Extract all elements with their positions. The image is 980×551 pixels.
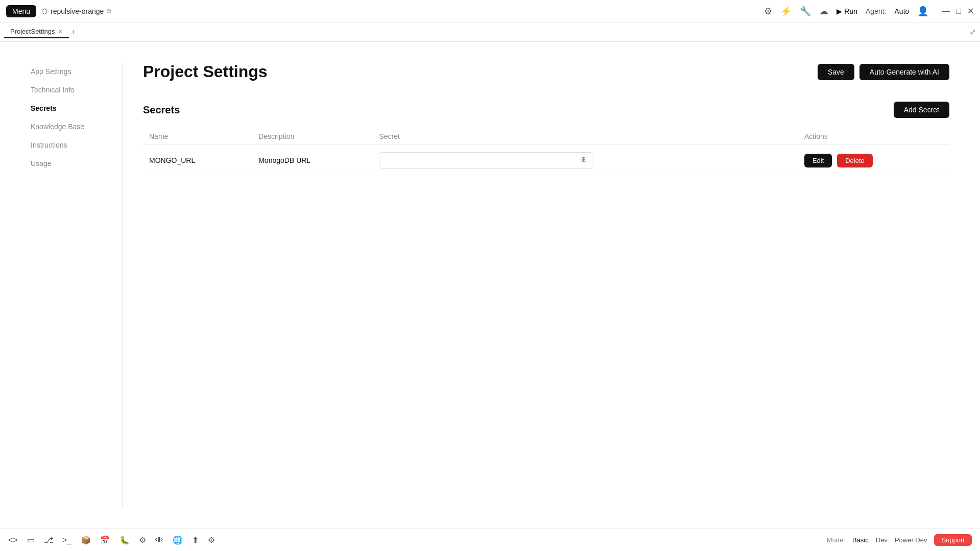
page-area: App Settings Technical Info Secrets Know… xyxy=(0,42,980,529)
edit-secret-button[interactable]: Edit xyxy=(804,154,832,167)
new-tab-button[interactable]: + xyxy=(71,28,76,37)
code-icon[interactable]: <> xyxy=(8,536,18,545)
secret-name: MONGO_URL xyxy=(143,145,252,176)
mode-dev[interactable]: Dev xyxy=(876,536,888,544)
agent-label: Agent: xyxy=(866,7,886,15)
add-secret-button[interactable]: Add Secret xyxy=(894,102,949,118)
gear-icon[interactable]: ⚙ xyxy=(139,535,146,545)
titlebar: Menu ⬡ repulsive-orange ⧉ ⚙ ⚡ 🔧 ☁ ▶ Run … xyxy=(0,0,980,22)
toggle-visibility-icon[interactable]: 👁 xyxy=(580,156,588,165)
window-controls: — □ ✕ xyxy=(942,6,974,16)
col-name: Name xyxy=(143,128,252,145)
delete-secret-button[interactable]: Delete xyxy=(837,154,873,167)
project-icon: ⬡ xyxy=(41,7,47,15)
main-content: App Settings Technical Info Secrets Know… xyxy=(0,42,980,529)
extensions-icon[interactable]: ⚡ xyxy=(780,6,792,17)
user-icon[interactable]: 👤 xyxy=(917,6,928,17)
content-area: Project Settings Save Auto Generate with… xyxy=(143,62,949,508)
bug-icon[interactable]: 🐛 xyxy=(119,535,130,545)
sidebar-item-knowledge-base[interactable]: Knowledge Base xyxy=(31,117,112,136)
page-title: Project Settings xyxy=(143,62,268,81)
sidebar-item-technical-info[interactable]: Technical Info xyxy=(31,81,112,99)
maximize-button[interactable]: □ xyxy=(956,6,961,16)
tab-close-icon[interactable]: ✕ xyxy=(58,28,63,35)
sidebar-item-usage[interactable]: Usage xyxy=(31,154,112,173)
table-header-row: Name Description Secret Actions xyxy=(143,128,949,145)
secret-actions: Edit Delete xyxy=(798,145,949,176)
upload-icon[interactable]: ⬆ xyxy=(192,535,199,545)
tab-project-settings[interactable]: ProjectSettings ✕ xyxy=(4,26,69,38)
secrets-table: Name Description Secret Actions MONGO_UR… xyxy=(143,128,949,176)
bottom-toolbar: <> ▭ ⎇ >_ 📦 📅 🐛 ⚙ 👁 🌐 ⬆ ⚙ Mode: Basic De… xyxy=(0,529,980,551)
sidebar-item-instructions[interactable]: Instructions xyxy=(31,136,112,154)
minimize-button[interactable]: — xyxy=(942,6,950,16)
support-button[interactable]: Support xyxy=(934,534,972,546)
auto-generate-button[interactable]: Auto Generate with AI xyxy=(859,64,949,80)
sidebar: App Settings Technical Info Secrets Know… xyxy=(31,62,123,508)
agent-value: Auto xyxy=(895,7,910,15)
settings2-icon[interactable]: ⚙ xyxy=(208,535,215,545)
cloud-icon[interactable]: ☁ xyxy=(819,6,828,17)
secret-description: MonogoDB URL xyxy=(252,145,373,176)
external-link-icon[interactable]: ⧉ xyxy=(107,8,111,15)
bottom-icons: <> ▭ ⎇ >_ 📦 📅 🐛 ⚙ 👁 🌐 ⬆ ⚙ xyxy=(8,535,215,545)
panel-icon[interactable]: ▭ xyxy=(27,535,35,545)
globe-icon[interactable]: 🌐 xyxy=(173,535,183,545)
calendar-icon[interactable]: 📅 xyxy=(100,535,110,545)
run-icon: ▶ xyxy=(836,7,842,15)
col-actions: Actions xyxy=(798,128,949,145)
bottom-right: Mode: Basic Dev Power Dev Support xyxy=(827,534,972,546)
secret-value-cell: 👁 xyxy=(373,145,798,176)
page-body: App Settings Technical Info Secrets Know… xyxy=(0,42,980,529)
sidebar-item-secrets[interactable]: Secrets xyxy=(31,99,112,117)
sidebar-item-app-settings[interactable]: App Settings xyxy=(31,62,112,81)
menu-button[interactable]: Menu xyxy=(6,5,36,17)
col-secret: Secret xyxy=(373,128,798,145)
preview-icon[interactable]: 👁 xyxy=(155,536,163,545)
page-header: Project Settings Save Auto Generate with… xyxy=(143,62,949,81)
settings-icon[interactable]: ⚙ xyxy=(764,6,772,17)
secrets-title: Secrets xyxy=(143,104,180,116)
mode-power-dev[interactable]: Power Dev xyxy=(895,536,927,544)
package-icon[interactable]: 📦 xyxy=(81,535,91,545)
tabbar: ProjectSettings ✕ + ⤢ xyxy=(0,22,980,42)
fullscreen-button[interactable]: ⤢ xyxy=(969,27,976,37)
col-description: Description xyxy=(252,128,373,145)
mode-label: Mode: xyxy=(827,536,845,544)
project-name: ⬡ repulsive-orange ⧉ xyxy=(41,7,111,15)
terminal-icon[interactable]: >_ xyxy=(62,536,71,545)
titlebar-icons: ⚙ ⚡ 🔧 ☁ ▶ Run Agent: Auto 👤 — □ ✕ xyxy=(764,6,974,17)
run-button[interactable]: ▶ Run xyxy=(836,7,857,15)
table-row: MONGO_URL MonogoDB URL 👁 Edit Delete xyxy=(143,145,949,176)
save-button[interactable]: Save xyxy=(818,64,854,80)
secret-input[interactable] xyxy=(385,156,576,164)
secrets-section-header: Secrets Add Secret xyxy=(143,102,949,118)
secret-input-wrap: 👁 xyxy=(379,152,593,169)
tab-label: ProjectSettings xyxy=(10,28,55,35)
header-buttons: Save Auto Generate with AI xyxy=(818,64,949,80)
close-button[interactable]: ✕ xyxy=(967,6,974,16)
git-icon[interactable]: ⎇ xyxy=(44,535,53,545)
tools-icon[interactable]: 🔧 xyxy=(800,6,811,17)
mode-basic[interactable]: Basic xyxy=(852,536,869,544)
